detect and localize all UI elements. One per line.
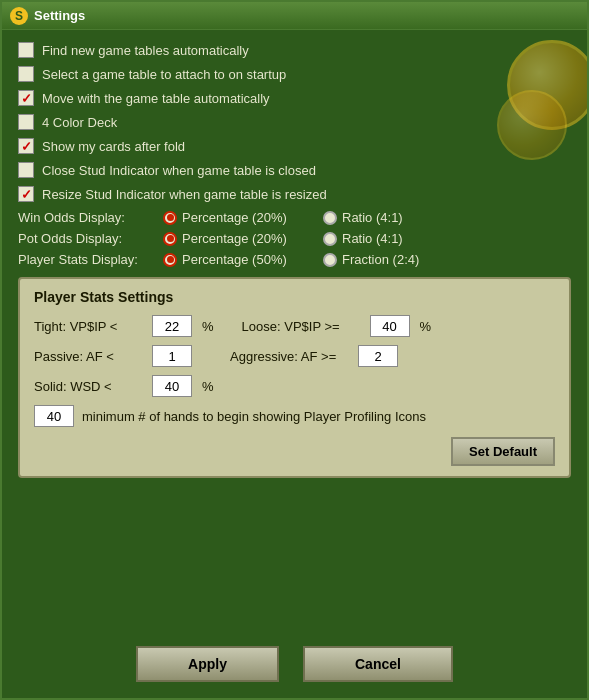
passive-label: Passive: AF < <box>34 349 144 364</box>
min-hands-row: minimum # of hands to begin showing Play… <box>34 405 555 427</box>
radio-row-win-odds: Win Odds Display: Percentage (20%) Ratio… <box>18 210 571 225</box>
checkbox-label-move-with-table: Move with the game table automatically <box>42 91 270 106</box>
stats-row-solid: Solid: WSD < % <box>34 375 555 397</box>
app-icon: S <box>10 7 28 25</box>
pot-odds-label: Pot Odds Display: <box>18 231 163 246</box>
player-stats-fraction-option: Fraction (2:4) <box>323 252 419 267</box>
main-content: Find new game tables automatically Selec… <box>2 30 587 630</box>
checkbox-row-show-cards: Show my cards after fold <box>18 138 571 154</box>
win-odds-ratio-option: Ratio (4:1) <box>323 210 403 225</box>
title-bar: S Settings <box>2 2 587 30</box>
player-stats-pct-radio[interactable] <box>163 253 177 267</box>
player-stats-pct-option: Percentage (50%) <box>163 252 323 267</box>
stats-row-tight-loose: Tight: VP$IP < % Loose: VP$IP >= % <box>34 315 555 337</box>
checkbox-resize-stud[interactable] <box>18 186 34 202</box>
checkbox-row-close-stud: Close Stud Indicator when game table is … <box>18 162 571 178</box>
pot-odds-pct-option: Percentage (20%) <box>163 231 323 246</box>
solid-unit: % <box>202 379 214 394</box>
tight-input[interactable] <box>152 315 192 337</box>
win-odds-ratio-text: Ratio (4:1) <box>342 210 403 225</box>
player-stats-title: Player Stats Settings <box>34 289 555 305</box>
cancel-button[interactable]: Cancel <box>303 646 453 682</box>
apply-button[interactable]: Apply <box>136 646 279 682</box>
checkbox-move-with-table[interactable] <box>18 90 34 106</box>
player-stats-box: Player Stats Settings Tight: VP$IP < % L… <box>18 277 571 478</box>
window-title: Settings <box>34 8 85 23</box>
checkbox-row-resize-stud: Resize Stud Indicator when game table is… <box>18 186 571 202</box>
radio-sections: Win Odds Display: Percentage (20%) Ratio… <box>18 210 571 267</box>
settings-window: S Settings Find new game tables automati… <box>0 0 589 700</box>
aggressive-group: Aggressive: AF >= <box>230 345 408 367</box>
solid-label: Solid: WSD < <box>34 379 144 394</box>
checkbox-row-select-table: Select a game table to attach to on star… <box>18 66 571 82</box>
win-odds-label: Win Odds Display: <box>18 210 163 225</box>
passive-input[interactable] <box>152 345 192 367</box>
loose-input[interactable] <box>370 315 410 337</box>
stats-row-passive-aggressive: Passive: AF < Aggressive: AF >= <box>34 345 555 367</box>
tight-label: Tight: VP$IP < <box>34 319 144 334</box>
min-hands-label: minimum # of hands to begin showing Play… <box>82 409 426 424</box>
radio-row-player-stats-display: Player Stats Display: Percentage (50%) F… <box>18 252 571 267</box>
checkbox-label-show-cards: Show my cards after fold <box>42 139 185 154</box>
loose-label: Loose: VP$IP >= <box>242 319 362 334</box>
checkbox-row-4-color-deck: 4 Color Deck <box>18 114 571 130</box>
pot-odds-ratio-radio[interactable] <box>323 232 337 246</box>
checkbox-4-color-deck[interactable] <box>18 114 34 130</box>
checkbox-select-table[interactable] <box>18 66 34 82</box>
checkbox-show-cards[interactable] <box>18 138 34 154</box>
min-hands-input[interactable] <box>34 405 74 427</box>
checkbox-row-move-with-table: Move with the game table automatically <box>18 90 571 106</box>
player-stats-fraction-radio[interactable] <box>323 253 337 267</box>
checkbox-label-4-color-deck: 4 Color Deck <box>42 115 117 130</box>
player-stats-display-label: Player Stats Display: <box>18 252 163 267</box>
loose-group: Loose: VP$IP >= % <box>242 315 432 337</box>
checkbox-label-find-tables: Find new game tables automatically <box>42 43 249 58</box>
player-stats-pct-text: Percentage (50%) <box>182 252 287 267</box>
aggressive-input[interactable] <box>358 345 398 367</box>
tight-unit: % <box>202 319 214 334</box>
aggressive-label: Aggressive: AF >= <box>230 349 350 364</box>
pot-odds-pct-text: Percentage (20%) <box>182 231 287 246</box>
radio-row-pot-odds: Pot Odds Display: Percentage (20%) Ratio… <box>18 231 571 246</box>
checkbox-label-select-table: Select a game table to attach to on star… <box>42 67 286 82</box>
bottom-bar: Apply Cancel <box>2 630 587 698</box>
set-default-button[interactable]: Set Default <box>451 437 555 466</box>
checkbox-find-tables[interactable] <box>18 42 34 58</box>
solid-input[interactable] <box>152 375 192 397</box>
checkbox-row-find-tables: Find new game tables automatically <box>18 42 571 58</box>
win-odds-pct-radio[interactable] <box>163 211 177 225</box>
pot-odds-ratio-text: Ratio (4:1) <box>342 231 403 246</box>
checkbox-label-resize-stud: Resize Stud Indicator when game table is… <box>42 187 327 202</box>
win-odds-ratio-radio[interactable] <box>323 211 337 225</box>
pot-odds-pct-radio[interactable] <box>163 232 177 246</box>
win-odds-pct-option: Percentage (20%) <box>163 210 323 225</box>
checkbox-label-close-stud: Close Stud Indicator when game table is … <box>42 163 316 178</box>
checkbox-close-stud[interactable] <box>18 162 34 178</box>
pot-odds-ratio-option: Ratio (4:1) <box>323 231 403 246</box>
player-stats-fraction-text: Fraction (2:4) <box>342 252 419 267</box>
win-odds-pct-text: Percentage (20%) <box>182 210 287 225</box>
loose-unit: % <box>420 319 432 334</box>
